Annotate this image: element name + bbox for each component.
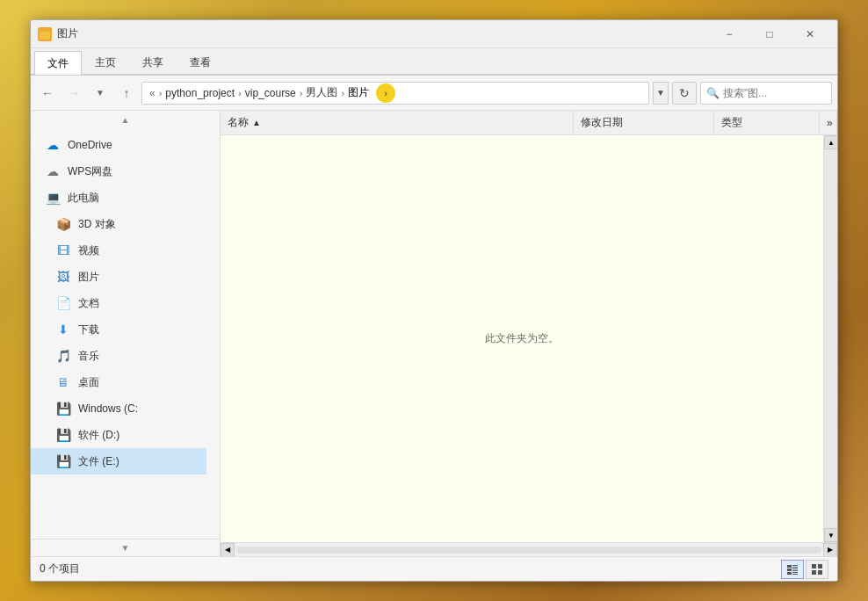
search-input[interactable] [723, 87, 826, 99]
drive-d-icon: 💾 [55, 427, 71, 443]
file-list-header: 名称 ▲ 修改日期 类型 » [221, 111, 837, 135]
window-title: 图片 [57, 26, 78, 41]
sidebar-item-downloads[interactable]: ⬇ 下载 [31, 316, 206, 343]
sidebar-label: 下载 [78, 322, 99, 337]
file-area: 名称 ▲ 修改日期 类型 » 此文件夹为空。 ▲ [221, 111, 837, 556]
sidebar-item-drive-d[interactable]: 💾 软件 (D:) [31, 422, 206, 448]
svg-rect-12 [812, 570, 816, 575]
explorer-window: 图片 − □ ✕ 文件 主页 共享 查看 ← → ▼ ↑ [30, 19, 838, 582]
maximize-button[interactable]: □ [749, 20, 790, 48]
up-button[interactable]: ↑ [115, 82, 138, 105]
wps-icon: ☁ [45, 163, 61, 179]
ribbon: 文件 主页 共享 查看 [31, 48, 837, 76]
sidebar-item-3d[interactable]: 📦 3D 对象 [31, 211, 206, 237]
main-content: ▲ ☁ OneDrive ☁ WPS网盘 💻 此电脑 📦 3D 对象 [31, 111, 837, 556]
sidebar-label: 桌面 [78, 375, 99, 390]
column-more[interactable]: » [820, 111, 837, 135]
vertical-scrollbar[interactable]: ▲ ▼ [823, 135, 837, 542]
sidebar-item-desktop[interactable]: 🖥 桌面 [31, 369, 206, 395]
svg-rect-7 [787, 572, 792, 575]
tab-view[interactable]: 查看 [177, 51, 224, 74]
tab-home[interactable]: 主页 [82, 51, 129, 74]
search-box[interactable]: 🔍 [700, 82, 832, 105]
sidebar: ☁ OneDrive ☁ WPS网盘 💻 此电脑 📦 3D 对象 🎞 [31, 128, 206, 539]
breadcrumb-item-2[interactable]: vip_course [243, 87, 298, 99]
breadcrumb-item-current[interactable]: 图片 [346, 85, 371, 100]
back-button[interactable]: ← [36, 82, 59, 105]
sidebar-item-documents[interactable]: 📄 文档 [31, 290, 206, 316]
sidebar-label: 软件 (D:) [78, 428, 119, 443]
scroll-up-button[interactable]: ▲ [824, 135, 837, 149]
breadcrumb-highlight: › [376, 83, 395, 103]
horiz-scroll-track[interactable] [236, 547, 821, 554]
drive-e-icon: 💾 [55, 453, 71, 469]
scroll-right-button[interactable]: ▶ [823, 543, 837, 557]
breadcrumb[interactable]: « › python_project › vip_course › 男人图 › … [141, 82, 649, 105]
sidebar-item-wps[interactable]: ☁ WPS网盘 [31, 158, 206, 185]
svg-rect-5 [792, 568, 798, 569]
desktop-icon: 🖥 [55, 374, 71, 390]
music-icon: 🎵 [55, 348, 71, 364]
svg-rect-1 [787, 565, 792, 568]
documents-icon: 📄 [55, 295, 71, 311]
sidebar-item-onedrive[interactable]: ☁ OneDrive [31, 132, 206, 158]
tab-file[interactable]: 文件 [34, 51, 82, 75]
svg-rect-0 [40, 32, 50, 40]
sidebar-label: 文件 (E:) [78, 454, 119, 469]
scroll-left-button[interactable]: ◀ [221, 543, 235, 557]
column-date[interactable]: 修改日期 [574, 111, 714, 135]
sidebar-label: OneDrive [68, 139, 112, 151]
horizontal-scrollbar[interactable]: ◀ ▶ [221, 542, 837, 556]
svg-rect-10 [812, 564, 816, 568]
window-icon [38, 27, 52, 41]
sidebar-scroll-up[interactable]: ▲ [31, 111, 220, 128]
forward-button[interactable]: → [62, 82, 85, 105]
svg-rect-4 [787, 568, 792, 571]
column-name[interactable]: 名称 ▲ [221, 111, 574, 135]
view-details-button[interactable] [781, 560, 804, 579]
tiles-view-icon [811, 563, 823, 576]
breadcrumb-item-root[interactable]: « [148, 87, 157, 99]
sidebar-scroll-down[interactable]: ▼ [31, 539, 220, 556]
sidebar-item-thispc[interactable]: 💻 此电脑 [31, 185, 206, 211]
column-type[interactable]: 类型 [714, 111, 820, 135]
title-bar-left: 图片 [38, 26, 709, 41]
search-icon: 🔍 [706, 87, 720, 99]
status-bar: 0 个项目 [31, 556, 837, 581]
downloads-icon: ⬇ [55, 322, 71, 337]
sidebar-item-drive-e[interactable]: 💾 文件 (E:) [31, 448, 206, 474]
svg-rect-8 [792, 572, 798, 573]
scroll-down-button[interactable]: ▼ [824, 528, 837, 542]
empty-folder-message: 此文件夹为空。 [485, 331, 559, 346]
refresh-button[interactable]: ↻ [672, 82, 697, 105]
view-tiles-button[interactable] [806, 560, 828, 579]
window-controls: − □ ✕ [709, 20, 830, 48]
close-button[interactable]: ✕ [790, 20, 830, 48]
ribbon-tab-bar: 文件 主页 共享 查看 [31, 48, 837, 75]
sidebar-item-music[interactable]: 🎵 音乐 [31, 343, 206, 369]
onedrive-icon: ☁ [45, 137, 61, 153]
svg-rect-9 [792, 574, 798, 575]
sidebar-label: 文档 [78, 296, 99, 311]
sidebar-item-pictures[interactable]: 🖼 图片 [31, 264, 206, 290]
3d-icon: 📦 [55, 216, 71, 232]
minimize-button[interactable]: − [709, 20, 749, 48]
sidebar-label: 3D 对象 [78, 217, 116, 232]
sidebar-label: WPS网盘 [68, 164, 112, 179]
sidebar-item-video[interactable]: 🎞 视频 [31, 237, 206, 264]
sidebar-label: 此电脑 [68, 191, 99, 206]
breadcrumb-item-1[interactable]: python_project [163, 87, 236, 99]
tab-share[interactable]: 共享 [129, 51, 177, 74]
sidebar-label: 视频 [78, 243, 99, 258]
thispc-icon: 💻 [45, 190, 61, 206]
scroll-track[interactable] [824, 149, 837, 528]
recent-locations-button[interactable]: ▼ [89, 82, 112, 105]
address-bar: ← → ▼ ↑ « › python_project › vip_course … [31, 76, 837, 111]
breadcrumb-item-3[interactable]: 男人图 [304, 85, 339, 100]
address-dropdown-button[interactable]: ▼ [653, 82, 669, 105]
view-buttons [781, 560, 828, 579]
details-view-icon [786, 563, 799, 576]
sidebar-item-drive-c[interactable]: 💾 Windows (C: [31, 395, 206, 422]
file-area-inner: 此文件夹为空。 ▲ ▼ [221, 135, 837, 542]
sidebar-label: 图片 [78, 270, 99, 285]
